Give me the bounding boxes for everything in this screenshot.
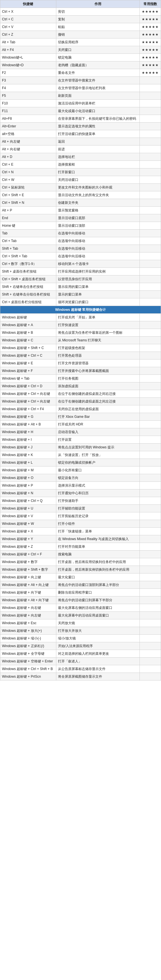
- action-text: 从公告原屏幕标志储存显示文件: [56, 665, 140, 673]
- table-row: F3在文件管理器中搜索文件: [0, 77, 161, 84]
- action-text: 开始/入法来源应用程序: [56, 642, 140, 650]
- table-row: Windows 超标键 + Alt + 向上键将焦点中的活动窗口顶部到屏幕上半部…: [0, 581, 161, 589]
- shortcut-key: F10: [0, 100, 56, 107]
- frequency-stars: ★★★★★: [140, 38, 161, 46]
- frequency-stars: [140, 199, 161, 207]
- action-text: 关闭活动窗口: [56, 176, 140, 184]
- action-text: 前进: [56, 145, 140, 153]
- frequency-stars: [140, 184, 161, 191]
- action-text: 最大化屏幕右侧的活动应用桌面窗口: [56, 604, 140, 612]
- frequency-stars: [140, 421, 161, 428]
- frequency-stars: [140, 566, 161, 574]
- shortcut-key: Windows 超标键 + F: [0, 367, 56, 375]
- action-text: 选择地址栏: [56, 153, 140, 161]
- table-row: Windows 超标键 + Shift + 数字打开桌面，然后将新实例切换到任务…: [0, 566, 161, 574]
- shortcut-key: Alt + 向右键: [0, 145, 56, 153]
- frequency-stars: [140, 283, 161, 291]
- action-text: 将焦点中的活动窗口到屏幕下半部分: [56, 597, 140, 604]
- action-text: 打开剪贴板历史记录: [56, 512, 140, 520]
- frequency-stars: ★★★★★: [140, 8, 161, 16]
- table-row: Windows 超标键 + Shift + C打开超级接色框架: [0, 344, 161, 352]
- shortcut-key: alt+空格: [0, 130, 56, 138]
- shortcut-key: Alt + Tab: [0, 38, 56, 46]
- table-row: Shift + 右键单击任务栏按钮显示应用的窗口菜单: [0, 283, 161, 291]
- action-text: 复制: [56, 16, 140, 23]
- table-row: Windows 超标键 + Ctrl + Shift + B从公告原屏幕标志储存…: [0, 665, 161, 673]
- table-row: F4在文件管理器中显示地址栏列表: [0, 84, 161, 92]
- shortcut-key: Ctrl + Shift + N: [0, 199, 56, 207]
- table-row: Ctrl + Z撤销★★★★★: [0, 31, 161, 38]
- action-text: 关闭窗口: [56, 46, 140, 54]
- frequency-stars: [140, 222, 161, 229]
- table-row: Windows 超标键 + Z打开对齐功能菜单: [0, 543, 161, 550]
- action-text: 启动语音输入: [56, 428, 140, 436]
- frequency-stars: [140, 298, 161, 306]
- action-text: 打开 Xbox Game Bar: [56, 413, 140, 421]
- table-row: Windows 超标键 + Ctrl + 向右键在位于右侧创建的虚拟桌面之间右迁…: [0, 390, 161, 398]
- shortcut-key: Windows 超标键 + 全字母键: [0, 650, 56, 657]
- table-row: Shift + 右键单击分组任务栏按钮显示的窗口菜单: [0, 291, 161, 298]
- table-row: Windows 超标键 + 向右键最大化屏幕右侧的活动应用桌面窗口: [0, 604, 161, 612]
- frequency-stars: [140, 169, 161, 176]
- action-text: 将焦点设置为任务栏中最靠近的第一个图标: [56, 329, 140, 337]
- frequency-stars: [140, 398, 161, 406]
- action-text: 打开桌面，然后将应用切换到任务栏中的应用: [56, 558, 140, 566]
- frequency-stars: [140, 245, 161, 253]
- frequency-stars: [140, 313, 161, 321]
- table-row: Windows 超标键 + Ctrl + Q打开快速助手: [0, 497, 161, 505]
- table-row: Windows 超标键 + N打开通知中心和日历: [0, 490, 161, 497]
- table-row: F11最大化或最小化活动窗口: [0, 107, 161, 115]
- shortcut-key: Windows 超标键 + J: [0, 444, 56, 451]
- shortcut-key: Ctrl + X: [0, 8, 56, 16]
- shortcut-key: Ctrl + Tab: [0, 237, 56, 245]
- action-text: 打开辅助功能设置: [56, 505, 140, 512]
- shortcut-key: Ctrl + 数字（数字1-9）: [0, 260, 56, 268]
- shortcut-key: Windows 超标键 + W: [0, 520, 56, 528]
- frequency-stars: [140, 466, 161, 474]
- frequency-stars: [140, 589, 161, 597]
- frequency-stars: ★★★★★: [140, 61, 161, 69]
- table-row: Alt + 向右键前进: [0, 145, 161, 153]
- action-text: 打开应用或选择打开应用的实例: [56, 268, 140, 275]
- table-row: Windows 超标键 + V打开剪贴板历史记录: [0, 512, 161, 520]
- shortcut-key: Shift + 桌面任务栏按钮: [0, 268, 56, 275]
- frequency-stars: [140, 673, 161, 681]
- frequency-stars: [140, 275, 161, 283]
- action-text: 打开活动窗口的快捷菜单: [56, 130, 140, 138]
- frequency-stars: ★★★★★: [140, 23, 161, 31]
- shortcut-key: Windows 超标键 + A: [0, 321, 56, 329]
- action-text: 添加虚拟桌面: [56, 382, 140, 390]
- shortcut-key: Windows 超标键 + Ctrl + F: [0, 550, 56, 558]
- action-text: 打开「快速链接」菜单: [56, 528, 140, 535]
- action-text: 循环浏览窗口的窗口: [56, 298, 140, 306]
- table-row: Windows 超标键 + M最小化所有窗口: [0, 466, 161, 474]
- shortcut-key: Windows 超标键 + N: [0, 490, 56, 497]
- col-header-shortcut: 快捷键: [0, 0, 56, 8]
- shortcut-key: F3: [0, 77, 56, 84]
- frequency-stars: [140, 382, 161, 390]
- frequency-stars: [140, 574, 161, 581]
- section-header-windows: Windows 超标键 常用快捷键合计: [0, 306, 161, 313]
- frequency-stars: ★★★★★: [140, 46, 161, 54]
- table-row: Windows 超标键 + X打开「快速链接」菜单: [0, 528, 161, 535]
- shortcut-key: Windows 超标键 + Ctrl + Shift + B: [0, 665, 56, 673]
- table-row: End显示活动窗口底部: [0, 214, 161, 222]
- table-row: alt+空格打开活动窗口的快捷菜单: [0, 130, 161, 138]
- action-text: 在文件管理器中搜索文件: [56, 77, 140, 84]
- action-text: 删除当前应用程序窗口: [56, 589, 140, 597]
- frequency-stars: [140, 635, 161, 642]
- table-row: Windows 超标键 + F打开并搜索中心并将屏幕截图截面: [0, 367, 161, 375]
- shortcut-key: Windows 超标键 + 向下键: [0, 589, 56, 597]
- shortcut-key: Windows 超标键 + Alt + B: [0, 421, 56, 428]
- table-row: Ctrl + V粘贴★★★★★: [0, 23, 161, 31]
- action-text: 选择搜索框: [56, 161, 140, 169]
- shortcut-key: Windows 超标键 + Ctrl + Q: [0, 497, 56, 505]
- frequency-stars: [140, 352, 161, 360]
- table-row: Alt + 向左键返回: [0, 138, 161, 145]
- frequency-stars: [140, 505, 161, 512]
- action-text: 打开通知中心和日历: [56, 490, 140, 497]
- table-row: Ctrl + Shift + 桌面任务栏按钮以管理员身份打开应用: [0, 275, 161, 283]
- shortcut-key: Alt + F4: [0, 46, 56, 54]
- shortcut-key: Windows 超标键 + 向上键: [0, 574, 56, 581]
- action-text: 打开桌面，然后将新实例切换到任务栏中的应用: [56, 566, 140, 574]
